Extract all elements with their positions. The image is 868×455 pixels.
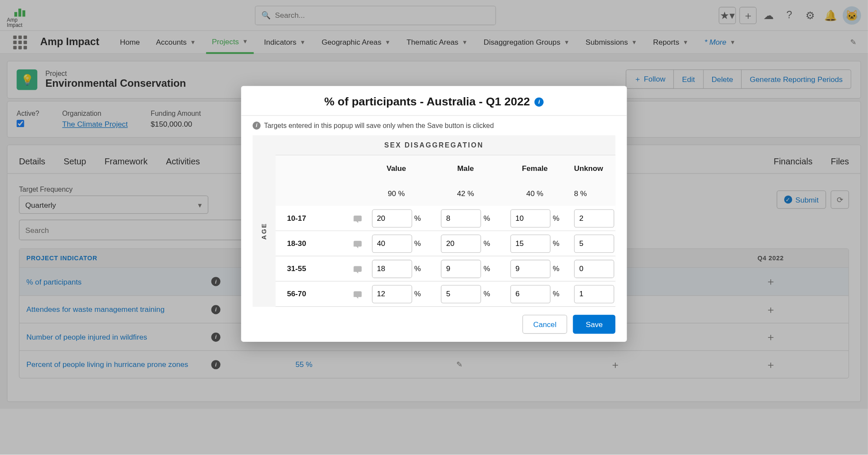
total-value: 40 % (500, 189, 570, 198)
modal-title: % of participants - Australia - Q1 2022 … (241, 86, 627, 115)
comment-icon[interactable] (353, 266, 362, 272)
value-input[interactable] (510, 259, 551, 278)
grid-data-row: 10-17%%% (276, 206, 616, 231)
info-icon[interactable]: i (535, 97, 544, 106)
grid-data-row: 18-30%%% (276, 231, 616, 256)
value-input[interactable] (441, 209, 482, 227)
percent-label: % (483, 214, 490, 223)
value-input[interactable] (574, 209, 614, 227)
percent-label: % (553, 290, 559, 298)
column-header: Value (362, 164, 431, 172)
value-input[interactable] (510, 285, 551, 303)
axis-age-label: AGE (253, 155, 276, 307)
value-input[interactable] (441, 234, 482, 252)
column-header: Unknow (569, 164, 615, 172)
info-icon: i (253, 121, 261, 130)
modal-overlay: % of participants - Australia - Q1 2022 … (0, 0, 868, 455)
row-label: 56-70 (276, 290, 362, 298)
value-input[interactable] (574, 259, 614, 278)
modal-hint: i Targets entered in this popup will sav… (241, 116, 627, 135)
row-label: 18-30 (276, 239, 362, 248)
percent-label: % (414, 264, 421, 273)
total-value: 8 % (569, 189, 615, 198)
row-label: 10-17 (276, 214, 362, 223)
value-input[interactable] (372, 259, 412, 278)
value-input[interactable] (574, 234, 614, 252)
save-button[interactable]: Save (573, 315, 615, 334)
cancel-button[interactable]: Cancel (522, 315, 568, 334)
percent-label: % (553, 214, 559, 223)
percent-label: % (553, 264, 559, 273)
grid-totals-row: 90 %42 %40 %8 % (276, 180, 616, 206)
value-input[interactable] (441, 259, 482, 278)
percent-label: % (553, 239, 559, 248)
value-input[interactable] (441, 285, 482, 303)
percent-label: % (414, 290, 421, 298)
column-header: Female (500, 164, 570, 172)
grid-data-row: 56-70%%% (276, 282, 616, 307)
value-input[interactable] (510, 234, 551, 252)
value-input[interactable] (510, 209, 551, 227)
grid-data-row: 31-55%%% (276, 256, 616, 282)
percent-label: % (414, 214, 421, 223)
percent-label: % (414, 239, 421, 248)
row-label: 31-55 (276, 264, 362, 273)
value-input[interactable] (372, 234, 412, 252)
comment-icon[interactable] (353, 215, 362, 221)
disaggregation-title: SEX DISAGGREGATION (253, 135, 616, 155)
column-header: Male (431, 164, 500, 172)
grid-header-row: ValueMaleFemaleUnknow (276, 155, 616, 180)
value-input[interactable] (574, 285, 614, 303)
percent-label: % (483, 239, 490, 248)
total-value: 42 % (431, 189, 500, 198)
comment-icon[interactable] (353, 241, 362, 246)
value-input[interactable] (372, 209, 412, 227)
total-value: 90 % (362, 189, 431, 198)
percent-label: % (483, 290, 490, 298)
percent-label: % (483, 264, 490, 273)
value-input[interactable] (372, 285, 412, 303)
disaggregation-modal: % of participants - Australia - Q1 2022 … (241, 86, 627, 342)
comment-icon[interactable] (353, 291, 362, 297)
